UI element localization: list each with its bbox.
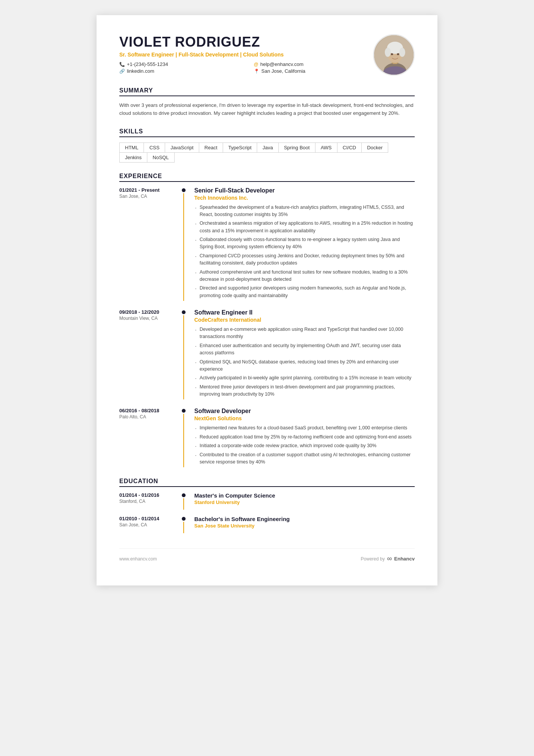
summary-section: SUMMARY With over 3 years of professiona… <box>119 87 415 117</box>
edu-dot-line <box>180 516 187 533</box>
summary-title: SUMMARY <box>119 87 415 96</box>
exp-bullet: Championed CI/CD processes using Jenkins… <box>194 252 415 267</box>
exp-dot <box>182 188 186 192</box>
header-section: VIOLET RODRIGUEZ Sr. Software Engineer |… <box>119 34 415 76</box>
exp-bullets: Spearheaded the development of a feature… <box>194 204 415 300</box>
edu-line <box>183 522 184 533</box>
exp-right: Software Developer NextGen Solutions Imp… <box>187 408 415 467</box>
edu-degree: Bachelor's in Software Engineering <box>194 516 415 522</box>
exp-left: 01/2021 - Present San Jose, CA <box>119 187 180 301</box>
exp-bullet: Mentored three junior developers in test… <box>194 383 415 398</box>
avatar <box>373 34 415 76</box>
exp-date: 01/2021 - Present <box>119 187 176 193</box>
exp-bullets: Developed an e-commerce web application … <box>194 326 415 398</box>
exp-date: 09/2018 - 12/2020 <box>119 309 176 315</box>
footer-brand: Powered by ∞ Enhancv <box>361 555 415 563</box>
exp-bullet: Reduced application load time by 25% by … <box>194 434 415 441</box>
exp-right: Senior Full-Stack Developer Tech Innovat… <box>187 187 415 301</box>
education-item: 01/2010 - 01/2014 San Jose, CA Bachelor'… <box>119 516 415 533</box>
exp-line <box>183 315 184 399</box>
exp-dot-line <box>180 187 187 301</box>
header-info: VIOLET RODRIGUEZ Sr. Software Engineer |… <box>119 34 373 74</box>
svg-point-8 <box>397 53 399 55</box>
edu-line <box>183 498 184 510</box>
experience-item: 06/2016 - 08/2018 Palo Alto, CA Software… <box>119 408 415 467</box>
skill-tag: JavaScript <box>165 142 199 153</box>
exp-date: 06/2016 - 08/2018 <box>119 408 176 413</box>
edu-date: 01/2014 - 01/2016 <box>119 492 180 498</box>
avatar-image <box>374 35 414 75</box>
edu-date: 01/2010 - 01/2014 <box>119 516 180 521</box>
email-item: @ help@enhancv.com <box>254 61 373 67</box>
exp-bullet: Directed and supported junior developers… <box>194 285 415 299</box>
exp-location: San Jose, CA <box>119 194 176 199</box>
svg-point-5 <box>385 48 391 57</box>
edu-right: Bachelor's in Software Engineering San J… <box>187 516 415 533</box>
location-icon: 📍 <box>254 69 259 74</box>
skill-tag: Spring Boot <box>278 142 315 153</box>
education-item: 01/2014 - 01/2016 Stanford, CA Master's … <box>119 492 415 510</box>
exp-dot <box>182 409 186 413</box>
experience-item: 09/2018 - 12/2020 Mountain View, CA Soft… <box>119 309 415 399</box>
skill-tag: TypeScript <box>223 142 257 153</box>
exp-bullet: Enhanced user authentication and securit… <box>194 342 415 357</box>
experience-list: 01/2021 - Present San Jose, CA Senior Fu… <box>119 187 415 468</box>
exp-bullet: Initiated a corporate-wide code review p… <box>194 442 415 449</box>
enhancv-logo-icon: ∞ <box>387 555 392 563</box>
skill-tag: AWS <box>315 142 337 153</box>
svg-point-7 <box>391 53 393 55</box>
exp-bullet: Actively participated in bi-weekly agile… <box>194 374 415 382</box>
exp-line <box>183 193 184 301</box>
edu-location: Stanford, CA <box>119 499 180 504</box>
exp-location: Mountain View, CA <box>119 316 176 321</box>
exp-bullet: Contributed to the creation of a custome… <box>194 451 415 466</box>
experience-title: EXPERIENCE <box>119 173 415 182</box>
phone-icon: 📞 <box>119 62 125 67</box>
exp-left: 09/2018 - 12/2020 Mountain View, CA <box>119 309 180 399</box>
edu-dot <box>182 517 186 521</box>
skill-tag: Java <box>257 142 278 153</box>
location-item: 📍 San Jose, California <box>254 68 373 74</box>
exp-bullet: Collaborated closely with cross-function… <box>194 236 415 251</box>
skills-row: HTMLCSSJavaScriptReactTypeScriptJavaSpri… <box>119 142 415 162</box>
email-text: help@enhancv.com <box>260 61 303 67</box>
edu-university: Stanford University <box>194 499 415 505</box>
exp-dot <box>182 310 186 314</box>
skill-tag: HTML <box>119 142 144 153</box>
candidate-name: VIOLET RODRIGUEZ <box>119 34 373 50</box>
linkedin-text: linkedin.com <box>127 68 154 74</box>
skills-section: SKILLS HTMLCSSJavaScriptReactTypeScriptJ… <box>119 128 415 162</box>
exp-role: Senior Full-Stack Developer <box>194 187 415 194</box>
exp-bullet: Implemented new features for a cloud-bas… <box>194 424 415 432</box>
skill-tag: NoSQL <box>147 152 175 163</box>
edu-degree: Master's in Computer Science <box>194 492 415 499</box>
exp-company: NextGen Solutions <box>194 415 415 421</box>
exp-right: Software Engineer II CodeCrafters Intern… <box>187 309 415 399</box>
svg-point-6 <box>399 48 405 57</box>
phone-item: 📞 +1-(234)-555-1234 <box>119 61 239 67</box>
exp-bullet: Spearheaded the development of a feature… <box>194 204 415 219</box>
exp-bullet: Authored comprehensive unit and function… <box>194 269 415 283</box>
enhancv-brand-name: Enhancv <box>394 556 415 562</box>
skill-tag: CSS <box>144 142 165 153</box>
exp-line <box>183 414 184 467</box>
footer: www.enhancv.com Powered by ∞ Enhancv <box>119 548 415 563</box>
skill-tag: Jenkins <box>119 152 147 163</box>
exp-company: CodeCrafters International <box>194 317 415 323</box>
exp-bullet: Developed an e-commerce web application … <box>194 326 415 341</box>
experience-item: 01/2021 - Present San Jose, CA Senior Fu… <box>119 187 415 301</box>
edu-university: San Jose State University <box>194 523 415 529</box>
exp-bullet: Optimized SQL and NoSQL database queries… <box>194 358 415 373</box>
linkedin-icon: 🔗 <box>119 69 125 74</box>
candidate-title: Sr. Software Engineer | Full-Stack Devel… <box>119 52 373 58</box>
exp-left: 06/2016 - 08/2018 Palo Alto, CA <box>119 408 180 467</box>
skill-tag: React <box>199 142 223 153</box>
exp-bullet: Orchestrated a seamless migration of key… <box>194 220 415 235</box>
exp-role: Software Engineer II <box>194 309 415 316</box>
contact-grid: 📞 +1-(234)-555-1234 @ help@enhancv.com 🔗… <box>119 61 373 74</box>
education-list: 01/2014 - 01/2016 Stanford, CA Master's … <box>119 492 415 533</box>
resume-page: VIOLET RODRIGUEZ Sr. Software Engineer |… <box>97 15 437 585</box>
exp-location: Palo Alto, CA <box>119 414 176 419</box>
education-title: EDUCATION <box>119 478 415 487</box>
edu-left: 01/2014 - 01/2016 Stanford, CA <box>119 492 180 510</box>
